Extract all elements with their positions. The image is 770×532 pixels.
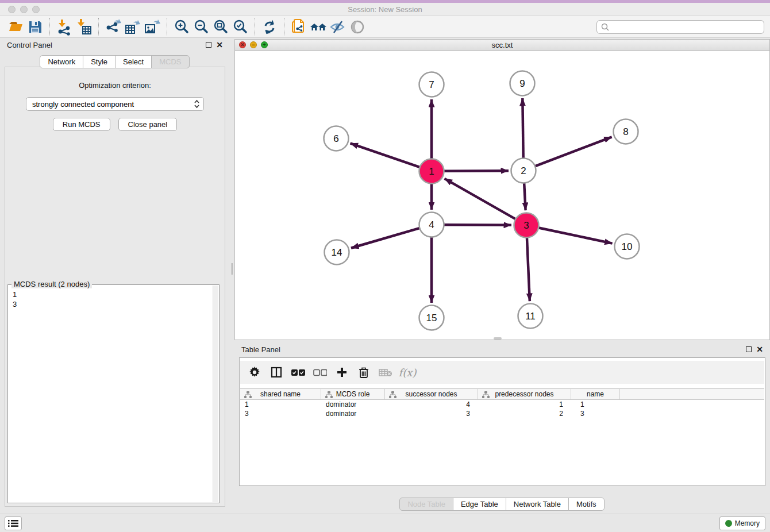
table-header-row: shared name MCDS role successor nodes pr… (240, 388, 764, 400)
edge-4-14[interactable] (351, 228, 419, 248)
search-input[interactable] (610, 21, 764, 33)
zoom-in-button[interactable] (172, 17, 191, 37)
run-mcds-button[interactable]: Run MCDS (53, 118, 110, 131)
edge-2-3[interactable] (524, 183, 525, 210)
zoom-in-icon (174, 19, 190, 35)
column-header-shared-name[interactable]: shared name (240, 389, 321, 399)
edge-3-1[interactable] (445, 179, 515, 219)
zoom-fit-button[interactable] (211, 17, 230, 37)
node-15[interactable]: 15 (419, 306, 444, 330)
import-network-icon (56, 18, 73, 36)
canvas-scroll-nub[interactable] (494, 337, 502, 340)
save-session-button[interactable] (25, 17, 45, 37)
function-builder-button[interactable]: f(x) (399, 364, 416, 381)
close-table-panel-icon[interactable]: ✕ (756, 346, 763, 352)
tab-style[interactable]: Style (83, 55, 116, 68)
splitter-grip-icon (231, 263, 233, 275)
zoom-selected-button[interactable] (230, 17, 250, 37)
table-panel-title: Table Panel (241, 345, 280, 354)
close-panel-icon[interactable]: ✕ (216, 42, 223, 48)
float-panel-icon[interactable] (206, 42, 211, 48)
hide-selected-button[interactable] (328, 17, 348, 37)
column-header-MCDS-role[interactable]: MCDS role (321, 389, 385, 399)
table-row[interactable]: 1dominator411 (240, 400, 764, 409)
node-14[interactable]: 14 (325, 240, 349, 265)
create-column-button[interactable] (333, 364, 351, 381)
node-label: 14 (332, 247, 342, 258)
edge-1-2[interactable] (444, 171, 509, 171)
duplicate-network-button[interactable] (289, 17, 309, 37)
tab-edge-table[interactable]: Edge Table (453, 498, 506, 511)
delete-table-button[interactable] (377, 364, 394, 381)
column-type-icon (325, 391, 333, 398)
edge-2-8[interactable] (536, 137, 612, 166)
export-image-button[interactable] (143, 17, 162, 37)
result-scrollbar[interactable] (213, 286, 218, 502)
import-network-button[interactable] (55, 17, 74, 37)
edge-4-3[interactable] (444, 225, 511, 225)
toolbar-separator (49, 18, 50, 36)
node-6[interactable]: 6 (324, 126, 349, 151)
table-row[interactable]: 3dominator323 (240, 409, 764, 418)
node-3[interactable]: 3 (514, 213, 539, 238)
toggle-columns-button[interactable] (268, 364, 285, 381)
zoom-out-button[interactable] (191, 17, 211, 37)
export-network-button[interactable] (103, 17, 123, 37)
table-cell: 3 (385, 409, 478, 418)
tab-node-table[interactable]: Node Table (399, 498, 453, 511)
node-1[interactable]: 1 (419, 159, 444, 184)
float-table-panel-icon[interactable] (746, 346, 752, 352)
show-all-icon (349, 19, 365, 35)
edge-2-9[interactable] (522, 98, 523, 158)
open-file-button[interactable] (6, 17, 25, 37)
tab-motifs[interactable]: Motifs (568, 498, 605, 511)
application-window: Session: New Session (0, 0, 770, 532)
edge-3-10[interactable] (539, 228, 613, 244)
table-cell: 4 (385, 400, 478, 409)
node-4[interactable]: 4 (419, 213, 444, 237)
node-2[interactable]: 2 (511, 159, 536, 183)
delete-table-icon (379, 368, 392, 377)
close-panel-button[interactable]: Close panel (118, 118, 178, 131)
tab-network[interactable]: Network (40, 55, 83, 68)
mcds-panel: Optimization criterion: strongly connect… (5, 67, 225, 507)
first-neighbors-button[interactable] (309, 17, 328, 37)
import-table-button[interactable] (74, 17, 94, 37)
node-7[interactable]: 7 (419, 72, 444, 97)
edge-3-11[interactable] (527, 238, 530, 301)
select-all-columns-button[interactable] (290, 364, 307, 381)
memory-button[interactable]: Memory (719, 516, 765, 530)
column-header-successor-nodes[interactable]: successor nodes (385, 389, 478, 399)
node-10[interactable]: 10 (615, 234, 640, 259)
column-header-name[interactable]: name (571, 389, 620, 399)
node-8[interactable]: 8 (614, 119, 638, 144)
open-file-icon (8, 19, 24, 34)
column-header-predecessor-nodes[interactable]: predecessor nodes (478, 389, 571, 399)
right-column: ✕ − + scc.txt 7 9 6 8 1 2 4 (234, 38, 770, 514)
task-history-button[interactable] (5, 516, 22, 530)
tab-mcds[interactable]: MCDS (151, 55, 189, 68)
tab-network-table[interactable]: Network Table (506, 498, 569, 511)
table-settings-button[interactable] (246, 364, 263, 381)
show-all-button[interactable] (348, 17, 367, 37)
window-title: Session: New Session (0, 5, 770, 14)
network-canvas[interactable]: 7 9 6 8 1 2 4 3 14 10 15 11 (235, 51, 769, 340)
table-cell: dominator (321, 400, 385, 409)
optimization-select[interactable]: strongly connected component (26, 97, 204, 111)
node-9[interactable]: 9 (510, 71, 535, 96)
mcds-result-text[interactable]: 1 3 (9, 287, 212, 502)
panel-splitter[interactable] (230, 38, 234, 514)
node-11[interactable]: 11 (518, 304, 543, 329)
refresh-layout-button[interactable] (260, 17, 279, 37)
export-table-button[interactable] (123, 17, 143, 37)
edge-1-6[interactable] (351, 143, 420, 167)
tab-select[interactable]: Select (115, 55, 152, 68)
toolbar-separator (98, 18, 99, 36)
table-cell: 2 (478, 409, 571, 418)
deselect-all-columns-button[interactable] (311, 364, 329, 381)
delete-column-button[interactable] (355, 364, 372, 381)
table-cell: 3 (571, 409, 620, 418)
select-all-icon (291, 368, 305, 376)
zoom-fit-icon (213, 19, 229, 35)
search-field[interactable] (596, 20, 764, 34)
